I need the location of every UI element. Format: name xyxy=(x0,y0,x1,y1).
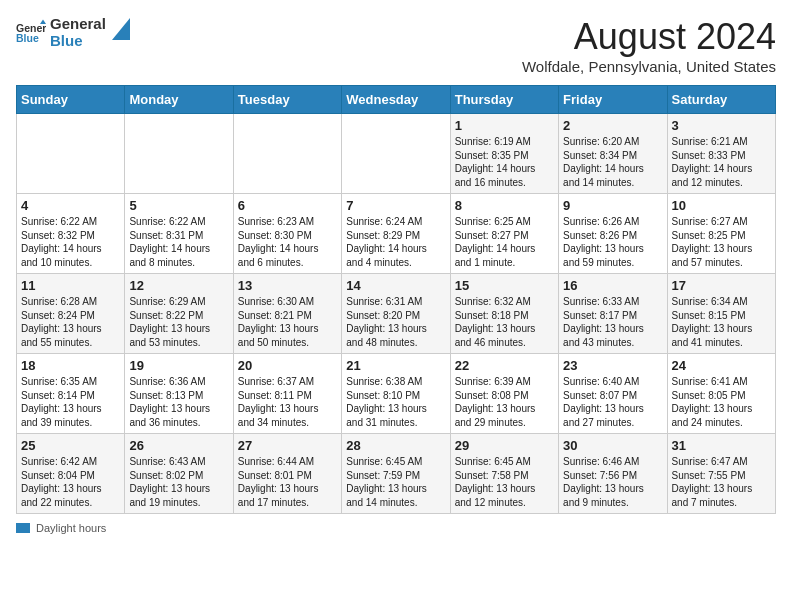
day-info: Sunrise: 6:29 AM Sunset: 8:22 PM Dayligh… xyxy=(129,295,228,349)
day-number: 15 xyxy=(455,278,554,293)
title-block: August 2024 Wolfdale, Pennsylvania, Unit… xyxy=(522,16,776,75)
day-info: Sunrise: 6:46 AM Sunset: 7:56 PM Dayligh… xyxy=(563,455,662,509)
day-cell: 6Sunrise: 6:23 AM Sunset: 8:30 PM Daylig… xyxy=(233,194,341,274)
col-header-monday: Monday xyxy=(125,86,233,114)
day-number: 24 xyxy=(672,358,771,373)
day-cell: 30Sunrise: 6:46 AM Sunset: 7:56 PM Dayli… xyxy=(559,434,667,514)
day-cell: 22Sunrise: 6:39 AM Sunset: 8:08 PM Dayli… xyxy=(450,354,558,434)
day-info: Sunrise: 6:30 AM Sunset: 8:21 PM Dayligh… xyxy=(238,295,337,349)
day-info: Sunrise: 6:45 AM Sunset: 7:59 PM Dayligh… xyxy=(346,455,445,509)
day-cell xyxy=(125,114,233,194)
day-cell: 27Sunrise: 6:44 AM Sunset: 8:01 PM Dayli… xyxy=(233,434,341,514)
day-number: 27 xyxy=(238,438,337,453)
day-cell: 3Sunrise: 6:21 AM Sunset: 8:33 PM Daylig… xyxy=(667,114,775,194)
day-number: 29 xyxy=(455,438,554,453)
day-cell: 28Sunrise: 6:45 AM Sunset: 7:59 PM Dayli… xyxy=(342,434,450,514)
day-info: Sunrise: 6:39 AM Sunset: 8:08 PM Dayligh… xyxy=(455,375,554,429)
day-cell: 2Sunrise: 6:20 AM Sunset: 8:34 PM Daylig… xyxy=(559,114,667,194)
day-info: Sunrise: 6:22 AM Sunset: 8:31 PM Dayligh… xyxy=(129,215,228,269)
month-year-title: August 2024 xyxy=(522,16,776,58)
day-number: 20 xyxy=(238,358,337,373)
day-info: Sunrise: 6:38 AM Sunset: 8:10 PM Dayligh… xyxy=(346,375,445,429)
day-cell: 1Sunrise: 6:19 AM Sunset: 8:35 PM Daylig… xyxy=(450,114,558,194)
day-info: Sunrise: 6:27 AM Sunset: 8:25 PM Dayligh… xyxy=(672,215,771,269)
day-info: Sunrise: 6:31 AM Sunset: 8:20 PM Dayligh… xyxy=(346,295,445,349)
week-row-1: 1Sunrise: 6:19 AM Sunset: 8:35 PM Daylig… xyxy=(17,114,776,194)
day-number: 18 xyxy=(21,358,120,373)
location-subtitle: Wolfdale, Pennsylvania, United States xyxy=(522,58,776,75)
day-info: Sunrise: 6:33 AM Sunset: 8:17 PM Dayligh… xyxy=(563,295,662,349)
day-cell: 12Sunrise: 6:29 AM Sunset: 8:22 PM Dayli… xyxy=(125,274,233,354)
day-number: 30 xyxy=(563,438,662,453)
day-info: Sunrise: 6:34 AM Sunset: 8:15 PM Dayligh… xyxy=(672,295,771,349)
day-cell xyxy=(233,114,341,194)
day-number: 25 xyxy=(21,438,120,453)
calendar-table: SundayMondayTuesdayWednesdayThursdayFrid… xyxy=(16,85,776,514)
col-header-thursday: Thursday xyxy=(450,86,558,114)
day-cell: 25Sunrise: 6:42 AM Sunset: 8:04 PM Dayli… xyxy=(17,434,125,514)
day-cell: 21Sunrise: 6:38 AM Sunset: 8:10 PM Dayli… xyxy=(342,354,450,434)
day-cell: 9Sunrise: 6:26 AM Sunset: 8:26 PM Daylig… xyxy=(559,194,667,274)
day-number: 31 xyxy=(672,438,771,453)
day-cell xyxy=(17,114,125,194)
week-row-5: 25Sunrise: 6:42 AM Sunset: 8:04 PM Dayli… xyxy=(17,434,776,514)
day-number: 17 xyxy=(672,278,771,293)
day-number: 8 xyxy=(455,198,554,213)
daylight-bar-icon xyxy=(16,523,30,533)
col-header-tuesday: Tuesday xyxy=(233,86,341,114)
day-cell: 17Sunrise: 6:34 AM Sunset: 8:15 PM Dayli… xyxy=(667,274,775,354)
week-row-2: 4Sunrise: 6:22 AM Sunset: 8:32 PM Daylig… xyxy=(17,194,776,274)
day-info: Sunrise: 6:20 AM Sunset: 8:34 PM Dayligh… xyxy=(563,135,662,189)
day-cell: 4Sunrise: 6:22 AM Sunset: 8:32 PM Daylig… xyxy=(17,194,125,274)
day-cell: 23Sunrise: 6:40 AM Sunset: 8:07 PM Dayli… xyxy=(559,354,667,434)
day-number: 5 xyxy=(129,198,228,213)
day-number: 14 xyxy=(346,278,445,293)
day-cell: 11Sunrise: 6:28 AM Sunset: 8:24 PM Dayli… xyxy=(17,274,125,354)
day-info: Sunrise: 6:32 AM Sunset: 8:18 PM Dayligh… xyxy=(455,295,554,349)
day-info: Sunrise: 6:35 AM Sunset: 8:14 PM Dayligh… xyxy=(21,375,120,429)
col-header-sunday: Sunday xyxy=(17,86,125,114)
day-number: 21 xyxy=(346,358,445,373)
day-info: Sunrise: 6:37 AM Sunset: 8:11 PM Dayligh… xyxy=(238,375,337,429)
logo-text-blue: Blue xyxy=(50,33,106,50)
col-header-saturday: Saturday xyxy=(667,86,775,114)
day-cell: 19Sunrise: 6:36 AM Sunset: 8:13 PM Dayli… xyxy=(125,354,233,434)
day-number: 26 xyxy=(129,438,228,453)
day-info: Sunrise: 6:21 AM Sunset: 8:33 PM Dayligh… xyxy=(672,135,771,189)
logo: General Blue General Blue xyxy=(16,16,130,49)
day-cell: 29Sunrise: 6:45 AM Sunset: 7:58 PM Dayli… xyxy=(450,434,558,514)
day-info: Sunrise: 6:47 AM Sunset: 7:55 PM Dayligh… xyxy=(672,455,771,509)
day-cell: 13Sunrise: 6:30 AM Sunset: 8:21 PM Dayli… xyxy=(233,274,341,354)
logo-text-general: General xyxy=(50,16,106,33)
day-info: Sunrise: 6:26 AM Sunset: 8:26 PM Dayligh… xyxy=(563,215,662,269)
svg-text:Blue: Blue xyxy=(16,32,39,44)
day-number: 2 xyxy=(563,118,662,133)
day-info: Sunrise: 6:19 AM Sunset: 8:35 PM Dayligh… xyxy=(455,135,554,189)
col-header-wednesday: Wednesday xyxy=(342,86,450,114)
day-info: Sunrise: 6:42 AM Sunset: 8:04 PM Dayligh… xyxy=(21,455,120,509)
day-info: Sunrise: 6:22 AM Sunset: 8:32 PM Dayligh… xyxy=(21,215,120,269)
day-number: 22 xyxy=(455,358,554,373)
footer-note: Daylight hours xyxy=(16,522,776,534)
logo-triangle-icon xyxy=(112,18,130,40)
logo-icon: General Blue xyxy=(16,18,46,48)
day-number: 10 xyxy=(672,198,771,213)
svg-marker-3 xyxy=(112,18,130,40)
day-cell: 24Sunrise: 6:41 AM Sunset: 8:05 PM Dayli… xyxy=(667,354,775,434)
day-number: 7 xyxy=(346,198,445,213)
day-info: Sunrise: 6:23 AM Sunset: 8:30 PM Dayligh… xyxy=(238,215,337,269)
day-cell: 10Sunrise: 6:27 AM Sunset: 8:25 PM Dayli… xyxy=(667,194,775,274)
day-number: 16 xyxy=(563,278,662,293)
day-info: Sunrise: 6:41 AM Sunset: 8:05 PM Dayligh… xyxy=(672,375,771,429)
day-info: Sunrise: 6:25 AM Sunset: 8:27 PM Dayligh… xyxy=(455,215,554,269)
day-number: 11 xyxy=(21,278,120,293)
footer-label: Daylight hours xyxy=(36,522,106,534)
col-header-friday: Friday xyxy=(559,86,667,114)
day-info: Sunrise: 6:44 AM Sunset: 8:01 PM Dayligh… xyxy=(238,455,337,509)
day-cell xyxy=(342,114,450,194)
day-cell: 7Sunrise: 6:24 AM Sunset: 8:29 PM Daylig… xyxy=(342,194,450,274)
day-info: Sunrise: 6:40 AM Sunset: 8:07 PM Dayligh… xyxy=(563,375,662,429)
day-number: 19 xyxy=(129,358,228,373)
week-row-4: 18Sunrise: 6:35 AM Sunset: 8:14 PM Dayli… xyxy=(17,354,776,434)
day-cell: 31Sunrise: 6:47 AM Sunset: 7:55 PM Dayli… xyxy=(667,434,775,514)
